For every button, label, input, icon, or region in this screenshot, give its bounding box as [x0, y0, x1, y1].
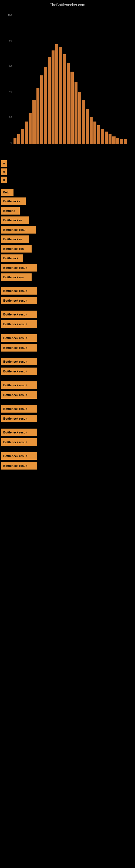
result-fill-area	[7, 177, 134, 183]
result-fill-area	[13, 189, 134, 196]
result-row: Bottleneck result	[1, 391, 134, 399]
bottleneck-result-19: Bottleneck result	[1, 391, 37, 399]
result-label-box: E	[1, 168, 7, 175]
spacer-7	[1, 425, 134, 429]
bottleneck-result-21: Bottleneck result	[1, 415, 37, 422]
bottleneck-result-8: Bottleneck result	[1, 264, 37, 272]
result-row: E	[1, 168, 134, 175]
chart-bar-29	[124, 139, 127, 144]
axis-label-20: 20	[9, 116, 12, 119]
chart-inner: 100 80 60 40 20 0	[5, 14, 130, 155]
result-fill-area	[32, 245, 134, 252]
bottleneck-result-11: Bottleneck result	[1, 297, 37, 304]
result-row: Bottleneck result	[1, 368, 134, 375]
result-row: Bottleneck r	[1, 197, 134, 205]
axis-label-100: 100	[8, 14, 12, 17]
bottleneck-result-18: Bottleneck result	[1, 381, 37, 389]
chart-bar-23	[101, 129, 104, 144]
bottleneck-result-13: Bottleneck result	[1, 320, 37, 328]
chart-bar-28	[120, 139, 123, 144]
bottleneck-result-14: Bottleneck result	[1, 334, 37, 342]
axis-label-60: 60	[9, 65, 12, 67]
bottleneck-result-15: Bottleneck result	[1, 344, 37, 351]
result-row: Bottleneck result	[1, 320, 134, 328]
bottleneck-result-10: Bottleneck result	[1, 287, 37, 294]
chart-bar-8	[44, 67, 47, 144]
site-title: TheBottlenecker.com	[0, 0, 135, 8]
result-fill-area	[37, 462, 134, 469]
result-row: Bottleneck res	[1, 245, 134, 252]
result-fill-area	[37, 452, 134, 460]
chart-bar-1	[17, 134, 20, 144]
result-fill-area	[37, 311, 134, 318]
chart-bar-2	[21, 129, 24, 144]
result-fill-area	[23, 254, 134, 262]
result-fill-area	[37, 287, 134, 294]
result-row: Bottleneck result	[1, 287, 134, 294]
result-fill-area	[29, 216, 134, 224]
result-row: Bottl	[1, 189, 134, 196]
bottleneck-result-7: Bottleneck	[1, 254, 23, 262]
chart-bar-5	[32, 100, 35, 144]
result-fill-area	[37, 405, 134, 412]
chart-bar-16	[75, 82, 78, 144]
chart-bar-17	[78, 92, 81, 144]
result-row: Bottleneck result	[1, 381, 134, 389]
result-row: Bottleneck result	[1, 344, 134, 351]
chart-bar-3	[25, 122, 28, 144]
spacer-8	[1, 448, 134, 452]
chart-bar-25	[108, 134, 111, 144]
chart-bar-18	[82, 100, 85, 144]
result-row: Bottleneck result	[1, 311, 134, 318]
result-row: Bottleneck result	[1, 358, 134, 365]
result-row: B	[1, 160, 134, 167]
chart-bar-21	[93, 122, 96, 144]
chart-bar-7	[40, 75, 43, 144]
bottleneck-result-22: Bottleneck result	[1, 429, 37, 436]
chart-bar-27	[117, 138, 119, 144]
chart-bar-11	[55, 44, 58, 144]
chart-bar-4	[29, 113, 32, 144]
result-fill-area	[37, 358, 134, 365]
chart-bar-6	[37, 88, 39, 144]
result-row: Bottleneck	[1, 254, 134, 262]
chart-area: 100 80 60 40 20 0	[0, 8, 135, 160]
result-fill-area	[37, 344, 134, 351]
chart-bar-10	[52, 51, 54, 144]
bottleneck-result-1: Bottleneck r	[1, 197, 26, 205]
result-row: Bottleneck resul	[1, 226, 134, 234]
result-fill-area	[32, 273, 134, 281]
result-fill-area	[37, 264, 134, 272]
bottleneck-result-4: Bottleneck resul	[1, 226, 36, 234]
result-row: Bottleneck result	[1, 429, 134, 436]
result-row: Bottleneck result	[1, 415, 134, 422]
bottleneck-result-20: Bottleneck result	[1, 405, 37, 412]
result-fill-area	[37, 415, 134, 422]
bottleneck-result-5: Bottleneck re	[1, 236, 29, 243]
results-container: B E B Bottl Bottleneck r Bottlene Bottle…	[0, 160, 135, 469]
spacer-4	[1, 354, 134, 358]
result-fill-area	[37, 334, 134, 342]
chart-axis-left: 100 80 60 40 20 0	[5, 14, 13, 144]
chart-bar-15	[71, 72, 74, 144]
result-row: Bottleneck result	[1, 452, 134, 460]
result-label-box: B	[1, 160, 7, 167]
axis-label-0: 0	[10, 141, 12, 144]
result-fill-area	[37, 297, 134, 304]
spacer-6	[1, 401, 134, 405]
result-row: Bottleneck result	[1, 297, 134, 304]
chart-bar-9	[48, 57, 51, 144]
bottleneck-result-17: Bottleneck result	[1, 368, 37, 375]
spacer-3	[1, 330, 134, 334]
result-fill-area	[37, 320, 134, 328]
bottleneck-result-2: Bottlene	[1, 207, 20, 215]
result-fill-area	[26, 197, 134, 205]
chart-bar-26	[112, 136, 115, 144]
chart-bar-12	[59, 46, 62, 144]
bottleneck-result-16: Bottleneck result	[1, 358, 37, 365]
result-fill-area	[20, 207, 134, 215]
chart-bar-0	[13, 138, 16, 144]
chart-bars	[13, 19, 127, 144]
result-row: Bottleneck result	[1, 438, 134, 446]
bottleneck-result-25: Bottleneck result	[1, 462, 37, 469]
